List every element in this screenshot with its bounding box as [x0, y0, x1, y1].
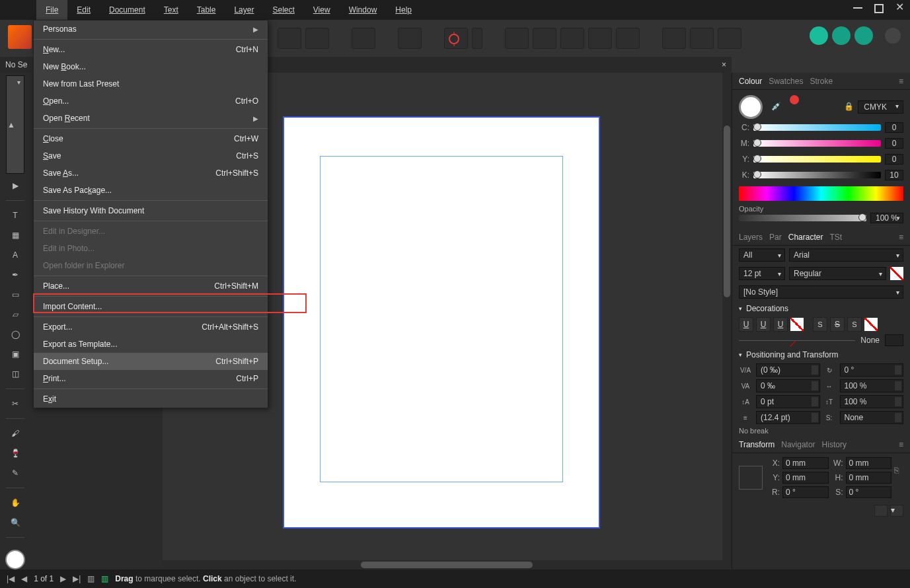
- table-tool-icon[interactable]: ▦: [6, 227, 24, 243]
- rotation-field[interactable]: 0 °: [840, 363, 904, 377]
- font-size-select[interactable]: 12 pt: [739, 267, 785, 280]
- place-image-tool-icon[interactable]: ▣: [6, 346, 24, 362]
- font-filter-select[interactable]: All: [739, 248, 785, 262]
- text-style-select[interactable]: [No Style]: [739, 285, 903, 299]
- spectrum-picker[interactable]: [739, 186, 903, 201]
- tab-transform[interactable]: Transform: [739, 440, 775, 449]
- file-menu-item[interactable]: Save As...Ctrl+Shift+S: [34, 165, 268, 182]
- eyedropper-tool-icon[interactable]: ✎: [6, 465, 24, 481]
- leading-field[interactable]: (12.4 pt): [756, 411, 820, 424]
- panel-menu-icon[interactable]: ≡: [899, 233, 903, 242]
- frame-text-tool-icon[interactable]: T: [6, 207, 24, 223]
- zoom-tool-icon[interactable]: 🔍: [6, 515, 24, 531]
- transform-s-field[interactable]: 0 °: [846, 486, 892, 498]
- decoration-color-box[interactable]: [885, 334, 903, 346]
- kerning-field[interactable]: (0 ‰): [756, 363, 820, 377]
- transform-r-field[interactable]: 0 °: [782, 486, 829, 498]
- tab-textstyles[interactable]: TSt: [829, 233, 842, 242]
- transform-x-field[interactable]: 0 mm: [782, 457, 829, 469]
- c-value[interactable]: 0: [885, 122, 903, 133]
- persona-designer-icon[interactable]: [832, 26, 851, 45]
- last-page-icon[interactable]: ▶|: [73, 574, 81, 583]
- m-value[interactable]: 0: [885, 138, 903, 149]
- rectangle-tool-icon[interactable]: ▭: [6, 287, 24, 303]
- pages-panel-icon[interactable]: ▥: [87, 574, 95, 583]
- underline-btn[interactable]: U: [739, 317, 753, 332]
- font-weight-select[interactable]: Regular: [789, 267, 886, 280]
- color-swatch-icon[interactable]: [5, 550, 25, 570]
- menu-table[interactable]: Table: [188, 0, 225, 20]
- horizontal-scrollbar[interactable]: [163, 560, 732, 570]
- prev-page-icon[interactable]: ◀: [21, 574, 27, 583]
- menu-window[interactable]: Window: [340, 0, 387, 20]
- menu-select[interactable]: Select: [263, 0, 303, 20]
- file-menu-item[interactable]: Export as Template...: [34, 336, 268, 353]
- document-tab-close-icon[interactable]: ×: [722, 60, 726, 69]
- color-model-select[interactable]: CMYK: [858, 100, 903, 114]
- minimize-icon[interactable]: [853, 4, 862, 9]
- panel-menu-icon[interactable]: ≡: [899, 440, 903, 449]
- opacity-slider[interactable]: [739, 215, 866, 221]
- fill-tool-icon[interactable]: 🖌: [6, 425, 24, 441]
- menu-document[interactable]: Document: [100, 0, 155, 20]
- file-menu-item[interactable]: Save As Package...: [34, 182, 268, 199]
- underline-color-swatch[interactable]: [790, 318, 804, 331]
- anchor-point-selector[interactable]: [739, 466, 763, 490]
- move-tool-icon[interactable]: ▲: [6, 75, 24, 174]
- tab-colour[interactable]: Colour: [739, 77, 762, 86]
- file-menu-item[interactable]: Print...Ctrl+P: [34, 370, 268, 387]
- preflight-icon[interactable]: ▥: [101, 574, 108, 583]
- strike-color-swatch[interactable]: [864, 318, 878, 331]
- crop-tool-icon[interactable]: ✂: [6, 396, 24, 412]
- menu-view[interactable]: View: [304, 0, 340, 20]
- toolbar-btn[interactable]: [305, 28, 329, 49]
- transform-y-field[interactable]: 0 mm: [782, 472, 829, 484]
- double-strike-btn[interactable]: S: [830, 317, 845, 332]
- account-icon[interactable]: [885, 28, 901, 44]
- file-menu-item[interactable]: SaveCtrl+S: [34, 147, 268, 165]
- toolbar-btn[interactable]: [533, 28, 556, 49]
- tab-stroke[interactable]: Stroke: [810, 77, 833, 86]
- ellipse-tool-icon[interactable]: ◯: [6, 326, 24, 342]
- font-color-swatch[interactable]: [890, 267, 903, 280]
- strike-color-btn[interactable]: S: [847, 317, 862, 332]
- shear-field[interactable]: None: [840, 411, 904, 424]
- strikethrough-btn[interactable]: S: [813, 317, 827, 332]
- file-menu-item[interactable]: Exit: [34, 390, 268, 408]
- decorations-header[interactable]: Decorations: [732, 301, 910, 316]
- k-value[interactable]: 10: [885, 170, 903, 180]
- panel-menu-icon[interactable]: ≡: [899, 77, 903, 86]
- menu-edit[interactable]: Edit: [67, 0, 100, 20]
- toolbar-btn[interactable]: [505, 28, 529, 49]
- tab-paragraph[interactable]: Par: [769, 233, 782, 242]
- opacity-value[interactable]: 100 %: [870, 213, 903, 223]
- maximize-icon[interactable]: [874, 4, 884, 13]
- file-menu-item[interactable]: Open Recent▶: [34, 110, 268, 127]
- m-slider[interactable]: [753, 140, 881, 147]
- node-tool-icon[interactable]: ▶: [6, 178, 24, 194]
- menu-help[interactable]: Help: [386, 0, 421, 20]
- tab-layers[interactable]: Layers: [739, 233, 763, 242]
- transform-h-field[interactable]: 0 mm: [846, 472, 892, 484]
- file-menu-item[interactable]: Save History With Document: [34, 202, 268, 219]
- file-menu-item[interactable]: Open...Ctrl+O: [34, 92, 268, 110]
- font-family-select[interactable]: Arial: [789, 248, 903, 262]
- lock-icon[interactable]: 🔒: [844, 102, 854, 111]
- vector-crop-tool-icon[interactable]: ◫: [6, 366, 24, 382]
- file-menu-item[interactable]: CloseCtrl+W: [34, 130, 268, 147]
- y-slider[interactable]: [753, 156, 881, 163]
- pan-tool-icon[interactable]: ✋: [6, 495, 24, 511]
- toolbar-btn[interactable]: [560, 28, 584, 49]
- fill-stroke-selector-icon[interactable]: [739, 95, 763, 119]
- next-page-icon[interactable]: ▶: [60, 574, 66, 583]
- file-menu-item[interactable]: New...Ctrl+N: [34, 41, 268, 58]
- c-slider[interactable]: [753, 124, 881, 131]
- menu-layer[interactable]: Layer: [225, 0, 263, 20]
- transform-opts-menu-icon[interactable]: ▾: [890, 505, 903, 517]
- toolbar-btn[interactable]: [588, 28, 612, 49]
- k-slider[interactable]: [753, 172, 881, 178]
- artistic-text-tool-icon[interactable]: A: [6, 247, 24, 263]
- toolbar-btn[interactable]: [398, 28, 422, 49]
- first-page-icon[interactable]: |◀: [7, 574, 15, 583]
- pen-tool-icon[interactable]: ✒: [6, 267, 24, 283]
